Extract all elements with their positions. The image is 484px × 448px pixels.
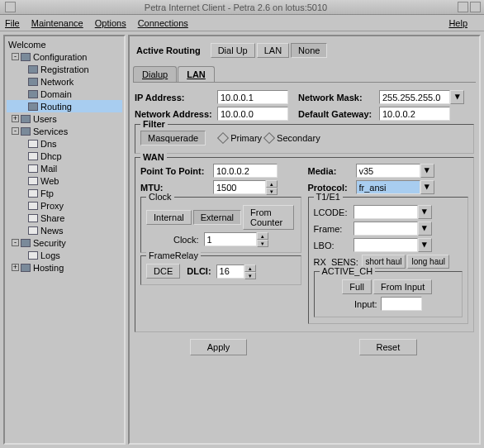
gw-input[interactable] (379, 107, 450, 121)
menu-file[interactable]: File (5, 18, 20, 28)
gw-label: Default Gateway: (298, 109, 379, 119)
tree-dhcp[interactable]: Dhcp (7, 150, 122, 162)
tree-registration[interactable]: Registration (7, 63, 122, 75)
media-label: Media: (308, 166, 356, 176)
ip-label: IP Address: (135, 93, 217, 102)
tree-domain[interactable]: Domain (7, 88, 122, 100)
lbo-dropdown-icon[interactable]: ▾ (418, 238, 432, 252)
apply-button[interactable]: Apply (190, 339, 248, 355)
activech-input[interactable] (381, 297, 422, 311)
clock-fromcounter[interactable]: From Counter (243, 205, 293, 230)
lan-button[interactable]: LAN (257, 43, 289, 58)
clock-input[interactable] (204, 232, 257, 246)
menu-connections[interactable]: Connections (138, 18, 188, 28)
menu-help[interactable]: Help (448, 18, 467, 28)
mask-input[interactable] (379, 90, 450, 104)
tree-web[interactable]: Web (7, 174, 122, 187)
clock-group: Clock Internal External From Counter Clo… (140, 197, 301, 253)
masquerade-button[interactable]: Masquerade (140, 131, 206, 145)
tab-lan[interactable]: LAN (178, 66, 215, 82)
tree-proxy[interactable]: Proxy (7, 199, 122, 212)
wan-title: WAN (140, 152, 167, 162)
tree-network[interactable]: Network (7, 75, 122, 88)
media-dropdown-icon[interactable]: ▾ (420, 164, 434, 178)
titlebar: Petra Internet Client - Petra 2.6 on lot… (0, 0, 484, 15)
reset-button[interactable]: Reset (359, 339, 418, 355)
tree-hosting[interactable]: +Hosting (7, 261, 122, 274)
mask-dropdown-icon[interactable]: ▾ (450, 90, 464, 104)
minimize-icon[interactable] (458, 2, 468, 12)
active-routing-label: Active Routing (136, 45, 201, 55)
tab-dialup[interactable]: Dialup (133, 66, 177, 82)
tree-logs[interactable]: Logs (7, 249, 122, 261)
netaddr-input[interactable] (217, 107, 288, 121)
filter-title: Filter (140, 119, 168, 129)
dlci-spinner[interactable]: ▴▾ (244, 265, 256, 279)
filter-group: Filter Masquerade Primary Secondary (135, 124, 474, 154)
clock-external[interactable]: External (193, 210, 241, 225)
full-button[interactable]: Full (342, 279, 372, 294)
ip-input[interactable] (217, 90, 288, 104)
ptp-label: Point To Point: (140, 166, 213, 176)
secondary-radio[interactable] (263, 132, 275, 144)
lbo-input[interactable] (354, 238, 418, 252)
dlci-input[interactable] (216, 265, 244, 279)
content-panel: Active Routing Dial Up LAN None Dialup L… (128, 35, 481, 445)
protocol-input[interactable] (356, 180, 420, 194)
mtu-label: MTU: (140, 183, 213, 193)
dce-button[interactable]: DCE (146, 264, 180, 279)
dialup-button[interactable]: Dial Up (211, 43, 255, 58)
primary-radio[interactable] (217, 132, 229, 144)
tree-services[interactable]: -Services (7, 125, 122, 137)
tree-share[interactable]: Share (7, 212, 122, 224)
protocol-label: Protocol: (308, 183, 356, 193)
tree-mail[interactable]: Mail (7, 162, 122, 174)
long-haul-button[interactable]: long haul (407, 255, 449, 269)
tree-configuration[interactable]: -Configuration (7, 50, 122, 63)
tree-routing[interactable]: Routing (7, 100, 122, 112)
menu-options[interactable]: Options (95, 18, 126, 28)
window-title: Petra Internet Client - Petra 2.6 on lot… (16, 2, 456, 12)
lcode-input[interactable] (354, 205, 418, 219)
tree-ftp[interactable]: Ftp (7, 187, 122, 199)
mtu-spinner[interactable]: ▴▾ (266, 180, 278, 194)
menubar: File Maintenance Options Connections Hel… (0, 15, 484, 31)
maximize-icon[interactable] (470, 2, 481, 12)
media-input[interactable] (356, 164, 420, 178)
tree-sidebar: Welcome -Configuration Registration Netw… (3, 35, 126, 445)
tree-dns[interactable]: Dns (7, 137, 122, 150)
clock-spinner[interactable]: ▴▾ (257, 232, 268, 246)
ptp-input[interactable] (213, 164, 278, 178)
tree-security[interactable]: -Security (7, 236, 122, 249)
none-button[interactable]: None (291, 43, 327, 58)
lcode-dropdown-icon[interactable]: ▾ (418, 205, 432, 219)
tree-welcome[interactable]: Welcome (7, 38, 122, 50)
clock-internal[interactable]: Internal (146, 210, 192, 225)
window-menu-icon[interactable] (5, 2, 16, 12)
netaddr-label: Network Address: (135, 109, 217, 119)
protocol-dropdown-icon[interactable]: ▾ (420, 180, 434, 194)
tree-news[interactable]: News (7, 224, 122, 236)
tree-users[interactable]: +Users (7, 112, 122, 125)
menu-maintenance[interactable]: Maintenance (31, 18, 83, 28)
mtu-input[interactable] (213, 180, 266, 194)
frame-input[interactable] (354, 222, 418, 236)
active-ch-group: ACTIVE_CH FullFrom Input Input: (314, 271, 463, 317)
wan-group: WAN Point To Point: MTU:▴▾ Clock Interna… (135, 157, 474, 332)
from-input-button[interactable]: From Input (373, 279, 432, 294)
t1e1-group: T1/E1 LCODE:▾ Frame:▾ LBO:▾ RX_SENS:shor… (308, 197, 469, 324)
mask-label: Network Mask: (298, 93, 379, 102)
framerelay-group: FrameRelay DCE DLCI: ▴▾ (140, 255, 301, 285)
frame-dropdown-icon[interactable]: ▾ (418, 222, 432, 236)
